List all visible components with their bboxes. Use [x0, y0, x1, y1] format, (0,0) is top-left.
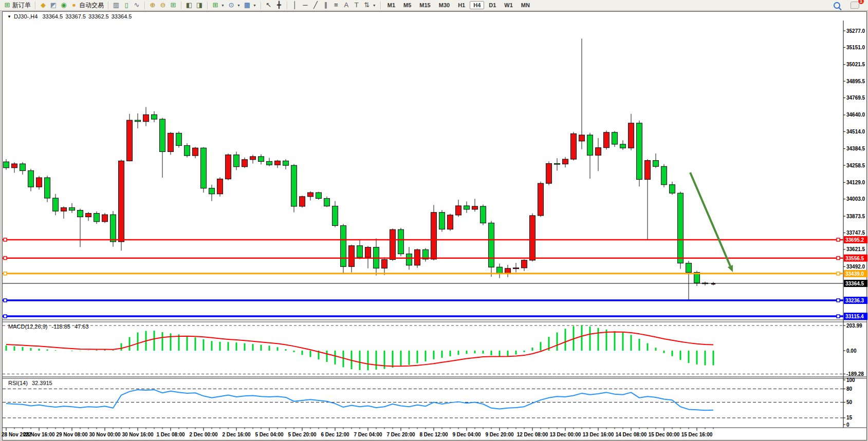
timeframe-button-mn[interactable]: MN [518, 1, 533, 9]
candle-body [258, 157, 264, 162]
candle-body [86, 214, 91, 217]
candle-body [333, 206, 338, 225]
market-watch-button[interactable]: ◩ [48, 1, 59, 9]
candle-body [4, 162, 9, 168]
timeframe-button-m15[interactable]: M15 [416, 1, 434, 9]
toolbar-separator [144, 2, 145, 9]
time-axis-label: 9 Dec 04:00 [452, 432, 481, 437]
candle-body [217, 179, 223, 194]
candle-body [555, 164, 560, 165]
cursor-button[interactable]: ↖ [264, 1, 274, 9]
crosshair-button[interactable]: ╋ [274, 1, 284, 9]
candle-body [94, 214, 100, 222]
macd-indicator-label: MACD(12,26,9) -118.85 47.63 [8, 323, 89, 330]
new-order-button[interactable]: ⊞新订单 [2, 1, 32, 10]
symbol-period-label: DJ30-,H4 [14, 13, 38, 20]
price-tick-label: 34384.5 [846, 146, 865, 151]
equidistant-channel-button[interactable]: ∥ [321, 1, 331, 9]
trendline-button[interactable]: ╱ [310, 1, 321, 9]
zoom-in-button[interactable]: ⊕ [147, 1, 158, 9]
tile-windows-button[interactable]: ⊞ [168, 1, 178, 9]
rsi-scale-label: 15 [846, 415, 853, 420]
support-line-orange-handle[interactable] [4, 272, 7, 275]
time-axis-label: 7 Dec 04:00 [354, 432, 382, 437]
period-clock-button[interactable]: ⊙▼ [226, 1, 242, 9]
indicator-window-button[interactable]: ◧ [184, 1, 194, 9]
resistance-line-2-handle[interactable] [4, 257, 7, 260]
candle-body [489, 223, 494, 267]
autotrading-button[interactable]: ●自动交易 [69, 1, 105, 10]
arrows-tool-button[interactable]: ⇅▼ [362, 1, 378, 9]
timeframe-button-m30[interactable]: M30 [435, 1, 453, 9]
period-clock-icon: ⊙ [228, 2, 235, 9]
template-button-dropdown-icon[interactable]: ▼ [253, 4, 256, 7]
zoom-out-button[interactable]: ⊖ [158, 1, 168, 9]
vertical-line-button[interactable]: │ [290, 1, 300, 9]
line-chart-mode-button[interactable]: ∿ [132, 1, 142, 9]
indicator-window-2-button[interactable]: ◨ [194, 1, 205, 9]
candle-body [201, 148, 207, 188]
candle-body [513, 268, 519, 269]
resistance-line-2-badge-label: 33556.5 [845, 256, 864, 261]
timeframe-button-d1[interactable]: D1 [485, 1, 500, 9]
candle-body [629, 123, 634, 148]
support-line-blue-1-handle[interactable] [837, 299, 840, 302]
toolbar-separator [181, 2, 181, 9]
search-button[interactable] [832, 2, 842, 9]
fibonacci-button[interactable]: ≡ [331, 1, 341, 9]
support-line-blue-1-handle[interactable] [4, 299, 7, 302]
signals-button[interactable]: ◉ [59, 1, 69, 9]
indicator-window-2-icon: ◨ [196, 2, 203, 9]
time-axis-label: 12 Dec 08:00 [517, 432, 548, 437]
price-tick-label: 34895.5 [846, 79, 865, 84]
resistance-line-2-handle[interactable] [837, 257, 840, 260]
support-line-blue-2-handle[interactable] [837, 315, 840, 318]
timeframe-button-m1[interactable]: M1 [384, 1, 399, 9]
support-line-blue-2-badge-label: 33115.4 [845, 314, 864, 319]
candle-body [20, 164, 26, 170]
timeframe-button-h1[interactable]: H1 [454, 1, 469, 9]
support-line-blue-2-handle[interactable] [4, 315, 7, 318]
time-axis-label: 29 Nov 08:00 [56, 432, 88, 437]
search-icon [834, 2, 840, 9]
resistance-line-1-handle[interactable] [837, 238, 840, 241]
main-toolbar: ⊞新订单◆◩◉●自动交易▥▯∿⊕⊖⊞◧◨⊞▼⊙▼▦▼↖╋│─╱∥≡AT⇅▼ M1… [0, 0, 868, 11]
candle-body [653, 161, 659, 167]
bar-chart-mode-button[interactable]: ▥ [111, 1, 121, 9]
new-order-icon: ⊞ [4, 2, 11, 9]
candle-body [28, 170, 34, 187]
support-line-orange-badge-label: 33439.0 [845, 271, 864, 277]
add-indicator-button[interactable]: ⊞▼ [210, 1, 226, 9]
period-clock-button-dropdown-icon[interactable]: ▼ [237, 4, 241, 7]
candle-body [308, 193, 313, 197]
chart-plot[interactable]: 33695.233556.533439.033364.533236.333115… [0, 0, 868, 441]
timeframe-button-m5[interactable]: M5 [400, 1, 415, 9]
candle-body [365, 247, 371, 258]
add-indicator-button-dropdown-icon[interactable]: ▼ [221, 4, 225, 7]
price-tick-label: 34514.0 [846, 129, 865, 135]
horizontal-line-button[interactable]: ─ [300, 1, 310, 9]
timeframe-button-h4[interactable]: H4 [470, 1, 484, 9]
symbol-dropdown-icon[interactable]: ▼ [7, 14, 11, 19]
template-button[interactable]: ▦▼ [242, 1, 258, 9]
arrows-tool-button-dropdown-icon[interactable]: ▼ [373, 4, 376, 7]
candle-body [596, 148, 601, 156]
new-order-button-label: 新订单 [12, 1, 31, 10]
time-axis-label: 9 Dec 20:00 [485, 432, 513, 437]
candle-chart-mode-button[interactable]: ▯ [121, 1, 132, 9]
fibonacci-icon: ≡ [333, 2, 340, 9]
timeframe-button-w1[interactable]: W1 [501, 1, 516, 9]
support-line-orange-handle[interactable] [837, 272, 840, 275]
notifications-button[interactable]: 1 [849, 1, 861, 9]
down-trend-arrow[interactable] [690, 172, 730, 266]
candle-body [61, 207, 67, 211]
time-axis-label: 13 Dec 00:00 [550, 432, 581, 437]
resistance-line-1-handle[interactable] [4, 238, 7, 241]
line-chart-mode-icon: ∿ [133, 2, 140, 9]
text-label-button[interactable]: T [352, 1, 362, 9]
candle-body [563, 159, 568, 164]
charts-button[interactable]: ◆ [38, 1, 48, 9]
text-button[interactable]: A [341, 1, 352, 9]
candle-body [546, 164, 552, 184]
candle-body [382, 260, 387, 269]
